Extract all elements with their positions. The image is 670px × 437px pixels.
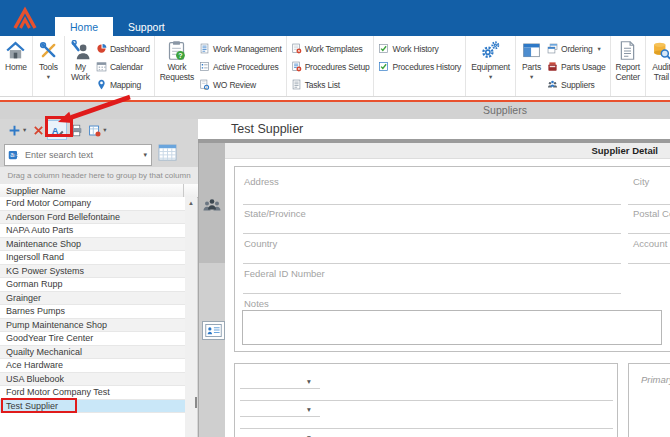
- delete-button[interactable]: [29, 121, 47, 139]
- dropdown-caret-icon[interactable]: ▾: [307, 377, 311, 386]
- field-label-postal-code: Postal Code: [633, 208, 670, 219]
- column-header-supplier-name[interactable]: Supplier Name: [0, 184, 184, 197]
- row-divider: [240, 428, 613, 429]
- list-item-barnes-pumps[interactable]: Barnes Pumps: [0, 305, 185, 319]
- city-input[interactable]: [628, 204, 670, 205]
- detail-tab-strip: [198, 143, 226, 437]
- abc-search-icon: a: [8, 149, 20, 161]
- list-toolbar: ▾A▾: [0, 119, 203, 141]
- accruent-logo-icon: [11, 4, 39, 32]
- ribbon-tools-button[interactable]: Tools▾: [35, 37, 62, 80]
- ribbon-group: Work TemplatesProcedures SetupTasks List: [287, 36, 375, 96]
- postal-code-input[interactable]: [628, 233, 670, 234]
- ribbon-calendar-button[interactable]: Calendar: [96, 58, 150, 75]
- list-scrollbar[interactable]: ▲: [185, 197, 197, 437]
- ribbon-my-work-button[interactable]: My Work: [67, 37, 94, 83]
- work-history-icon: [378, 43, 389, 54]
- ribbon: HomeTools▾My WorkDashboardCalendarMappin…: [0, 36, 670, 97]
- list-item-ford-motor-company-test[interactable]: Ford Motor Company Test: [0, 386, 185, 400]
- ribbon-dashboard-button[interactable]: Dashboard: [96, 40, 150, 57]
- list-item-pump-maintenance-shop[interactable]: Pump Maintenance Shop: [0, 319, 185, 333]
- notes-input[interactable]: [242, 310, 662, 345]
- work-requests-icon: ?: [166, 38, 187, 63]
- account-number-input[interactable]: [628, 263, 670, 264]
- ribbon-procedures-history-button[interactable]: Procedures History: [378, 58, 461, 75]
- federal-id-input[interactable]: [243, 293, 621, 294]
- ribbon-active-procedures-button[interactable]: Active Procedures: [199, 58, 282, 75]
- home-icon: [5, 38, 26, 63]
- list-item-anderson-ford-bellefontaine[interactable]: Anderson Ford Bellefontaine: [0, 211, 185, 225]
- ribbon-parts-button[interactable]: Parts▾: [518, 37, 545, 80]
- ribbon-group: My WorkDashboardCalendarMapping: [65, 36, 155, 96]
- contact-card-icon[interactable]: [202, 321, 225, 340]
- parts-icon: [521, 38, 542, 63]
- grid-view-icon: [157, 143, 178, 166]
- scrollbar-thumb[interactable]: [195, 397, 197, 408]
- ribbon-home-button[interactable]: Home: [2, 37, 30, 73]
- ribbon-tasks-list-button[interactable]: Tasks List: [291, 76, 370, 93]
- ribbon-procedures-setup-button[interactable]: Procedures Setup: [291, 58, 370, 75]
- address-input[interactable]: [243, 204, 621, 205]
- list-item-maintenance-shop[interactable]: Maintenance Shop: [0, 238, 185, 252]
- ribbon-audit-trail-button[interactable]: Audit Trail: [648, 37, 670, 83]
- ribbon-work-history-button[interactable]: Work History: [378, 40, 461, 57]
- mapping-icon: [96, 79, 107, 90]
- active-procedures-icon: [199, 61, 210, 72]
- search-box: a ▾: [4, 144, 152, 166]
- print-button[interactable]: [67, 121, 85, 139]
- list-item-goodyear-tire-center[interactable]: GoodYear Tire Center: [0, 332, 185, 346]
- ribbon-stack: Work ManagementActive ProceduresWO Revie…: [197, 37, 284, 93]
- ribbon-tabs: Home Support: [55, 17, 180, 36]
- list-item-test-supplier[interactable]: Test Supplier: [0, 400, 185, 414]
- rename-button[interactable]: A: [47, 120, 67, 140]
- suppliers-group-icon[interactable]: [202, 196, 222, 216]
- ribbon-mapping-button[interactable]: Mapping: [96, 76, 150, 93]
- list-item-usa-bluebook[interactable]: USA Bluebook: [0, 373, 185, 387]
- ribbon-wo-review-button[interactable]: WO Review: [199, 76, 282, 93]
- grid-view-button[interactable]: [155, 143, 179, 165]
- state-input[interactable]: [243, 233, 621, 234]
- dropdown-caret-icon[interactable]: ▾: [307, 405, 311, 414]
- dropdown-caret-icon: ▾: [598, 45, 601, 53]
- dashboard-icon: [96, 43, 107, 54]
- search-dropdown-caret-icon[interactable]: ▾: [143, 151, 147, 159]
- scroll-up-icon[interactable]: ▲: [185, 197, 197, 209]
- layout-button[interactable]: [85, 121, 103, 139]
- dropdown-caret-icon[interactable]: ▾: [23, 126, 26, 134]
- svg-text:a: a: [10, 151, 14, 158]
- ribbon-ordering-button[interactable]: Ordering▾: [547, 40, 606, 57]
- dropdown-field-2[interactable]: [240, 416, 320, 417]
- list-item-kg-power-systems[interactable]: KG Power Systems: [0, 265, 185, 279]
- dropdown-caret-icon[interactable]: ▾: [307, 433, 311, 437]
- list-item-grainger[interactable]: Grainger: [0, 292, 185, 306]
- tab-home[interactable]: Home: [55, 17, 113, 36]
- ribbon-work-requests-button[interactable]: ?Work Requests: [157, 37, 197, 83]
- tab-support[interactable]: Support: [113, 17, 180, 36]
- search-input[interactable]: [23, 149, 143, 161]
- supplier-list: Ford Motor CompanyAnderson Ford Bellefon…: [0, 197, 185, 437]
- page-title: Suppliers: [483, 104, 527, 116]
- field-label-account-number: Account Number: [633, 238, 670, 249]
- field-label-address: Address: [244, 176, 279, 187]
- ordering-icon: [547, 43, 558, 54]
- ribbon-report-center-button[interactable]: Report Center: [613, 37, 643, 83]
- layout-icon: [88, 124, 101, 137]
- list-item-ingersoll-rand[interactable]: Ingersoll Rand: [0, 251, 185, 265]
- add-button[interactable]: [5, 121, 23, 139]
- calendar-icon: [96, 61, 107, 72]
- country-input[interactable]: [243, 263, 621, 264]
- ribbon-equipment-button[interactable]: Equipment▾: [468, 37, 513, 80]
- ribbon-work-templates-button[interactable]: Work Templates: [291, 40, 370, 57]
- dropdown-caret-icon[interactable]: ▾: [103, 126, 106, 134]
- dropdown-field-1[interactable]: [240, 388, 320, 389]
- delete-x-icon: [32, 124, 45, 137]
- ribbon-work-management-button[interactable]: Work Management: [199, 40, 282, 57]
- parts-usage-icon: [547, 61, 558, 72]
- list-item-quailty-mechanical[interactable]: Quailty Mechanical: [0, 346, 185, 360]
- ribbon-parts-usage-button[interactable]: Parts Usage: [547, 58, 606, 75]
- ribbon-suppliers-button[interactable]: Suppliers: [547, 76, 606, 93]
- list-item-ace-hardware[interactable]: Ace Hardware: [0, 359, 185, 373]
- list-item-ford-motor-company[interactable]: Ford Motor Company: [0, 197, 185, 211]
- list-item-napa-auto-parts[interactable]: NAPA Auto Parts: [0, 224, 185, 238]
- list-item-gorman-rupp[interactable]: Gorman Rupp: [0, 278, 185, 292]
